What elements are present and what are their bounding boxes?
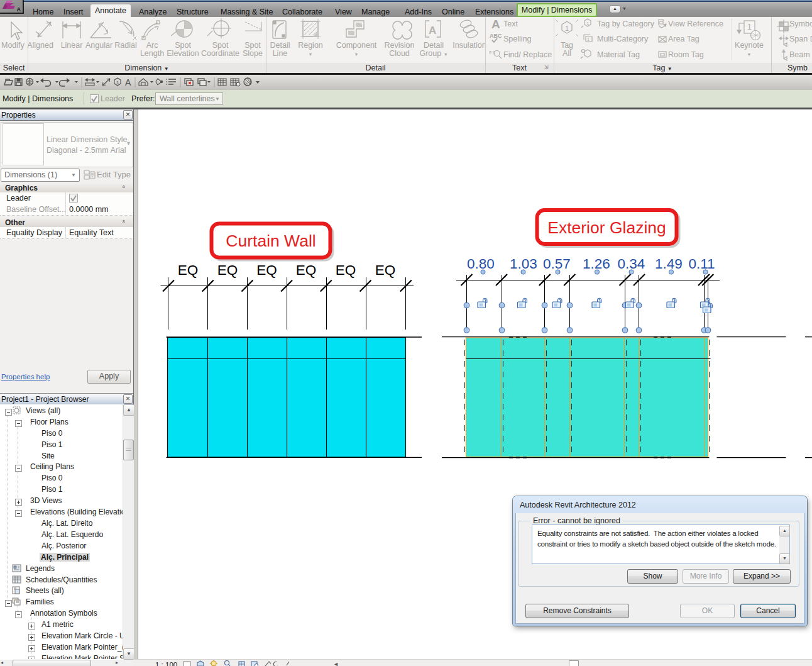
svg-text:1: 1 [116,80,119,86]
svg-text:EQ: EQ [296,262,317,278]
svg-text:0.11: 0.11 [688,256,715,272]
svg-text:0.80: 0.80 [467,256,495,272]
svg-text:0.34: 0.34 [618,256,645,272]
svg-text:EQ: EQ [217,262,238,278]
svg-text:0.57: 0.57 [543,256,571,272]
svg-text:1.26: 1.26 [583,256,610,272]
svg-text:1.03: 1.03 [510,256,537,272]
svg-text:1: 1 [747,23,752,31]
svg-text:EQ: EQ [256,262,277,278]
svg-text:Exterior Glazing: Exterior Glazing [547,218,666,237]
svg-text:EQ: EQ [336,262,356,278]
svg-text:EQ: EQ [375,262,396,278]
svg-text:Curtain Wall: Curtain Wall [226,231,315,250]
svg-text:EQ: EQ [178,262,199,278]
svg-text:A: A [125,77,131,87]
svg-text:1.49: 1.49 [655,256,683,272]
svg-text:1: 1 [587,37,590,42]
svg-text:1: 1 [586,21,590,26]
